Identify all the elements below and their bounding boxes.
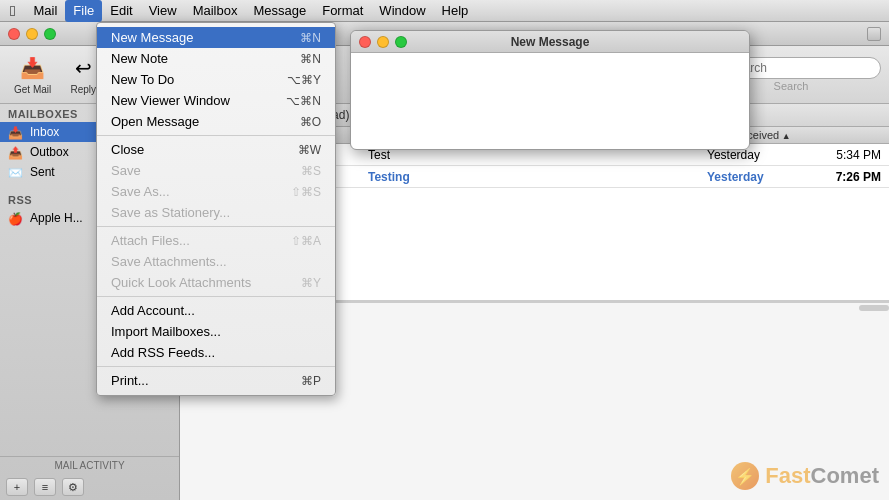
menu-item-label: Open Message [111,114,199,129]
maximize-button[interactable] [44,28,56,40]
compose-close-button[interactable] [359,36,371,48]
menu-item-label: New Message [111,30,193,45]
compose-title: New Message [511,35,590,49]
compose-maximize-button[interactable] [395,36,407,48]
menu-item-label: Add Account... [111,303,195,318]
compose-traffic-lights [359,36,407,48]
resize-handle[interactable] [859,305,889,311]
col-time-header [819,129,889,141]
get-mail-icon: 📥 [19,54,47,82]
menu-item-quick_look: Quick Look Attachments⌘Y [97,272,335,293]
menu-shortcut: ⌥⌘Y [287,73,321,87]
sidebar-list-button[interactable]: ≡ [34,478,56,496]
menu-shortcut: ⌘N [300,31,321,45]
compose-minimize-button[interactable] [377,36,389,48]
menu-shortcut: ⌘P [301,374,321,388]
menu-item-print[interactable]: Print...⌘P [97,370,335,391]
outbox-label: Outbox [30,145,69,159]
menu-shortcut: ⇧⌘S [291,185,321,199]
apple-rss-icon [8,210,24,226]
menu-separator [97,226,335,227]
compose-window: New Message [350,30,750,150]
menu-item-open_message[interactable]: Open Message⌘O [97,111,335,132]
menubar-item-format[interactable]: Format [314,0,371,22]
menu-item-new_todo[interactable]: New To Do⌥⌘Y [97,69,335,90]
menu-item-label: Import Mailboxes... [111,324,221,339]
menu-shortcut: ⌥⌘N [286,94,321,108]
menu-item-close[interactable]: Close⌘W [97,139,335,160]
menu-item-label: Quick Look Attachments [111,275,251,290]
menu-item-label: Add RSS Feeds... [111,345,215,360]
menubar-item-view[interactable]: View [141,0,185,22]
close-button[interactable] [8,28,20,40]
menu-item-label: New Viewer Window [111,93,230,108]
menubar-item-window[interactable]: Window [371,0,433,22]
menu-item-save_attachments: Save Attachments... [97,251,335,272]
menubar-item-file[interactable]: File [65,0,102,22]
menu-item-label: Save [111,163,141,178]
msg-date-2: Yesterday [699,170,819,184]
menu-item-attach_files: Attach Files...⇧⌘A [97,230,335,251]
sidebar-gear-button[interactable]: ⚙ [62,478,84,496]
sent-label: Sent [30,165,55,179]
menu-item-label: Close [111,142,144,157]
menu-separator [97,366,335,367]
menubar:  Mail File Edit View Mailbox Message Fo… [0,0,889,22]
menubar-item-edit[interactable]: Edit [102,0,140,22]
menu-item-new_message[interactable]: New Message⌘N [97,27,335,48]
sidebar-bottom-buttons: + ≡ ⚙ [0,474,179,500]
menu-item-label: Attach Files... [111,233,190,248]
menu-shortcut: ⌘S [301,164,321,178]
menu-item-new_viewer[interactable]: New Viewer Window⌥⌘N [97,90,335,111]
menu-item-save: Save⌘S [97,160,335,181]
menu-separator [97,135,335,136]
compose-body[interactable] [351,53,749,149]
menu-item-import_mailboxes[interactable]: Import Mailboxes... [97,321,335,342]
get-mail-label: Get Mail [14,84,51,95]
msg-time-2: 7:26 PM [819,170,889,184]
get-mail-button[interactable]: 📥 Get Mail [8,51,57,99]
msg-time-1: 5:34 PM [819,148,889,162]
menu-item-save_as: Save As...⇧⌘S [97,181,335,202]
menubar-item-mailbox[interactable]: Mailbox [185,0,246,22]
outbox-icon [8,144,24,160]
menubar-item-mail[interactable]: Mail [25,0,65,22]
menubar-item-message[interactable]: Message [245,0,314,22]
menu-item-add_rss[interactable]: Add RSS Feeds... [97,342,335,363]
menu-item-label: New To Do [111,72,174,87]
apple-rss-label: Apple H... [30,211,83,225]
menubar-item-help[interactable]: Help [434,0,477,22]
sent-icon [8,164,24,180]
search-label: Search [774,80,809,92]
menu-shortcut: ⇧⌘A [291,234,321,248]
resize-button[interactable] [867,27,881,41]
inbox-icon [8,124,24,140]
menu-separator [97,296,335,297]
menu-item-label: New Note [111,51,168,66]
menu-shortcut: ⌘W [298,143,321,157]
traffic-lights [8,28,56,40]
mail-activity-label: MAIL ACTIVITY [6,460,173,471]
menu-shortcut: ⌘Y [301,276,321,290]
menu-shortcut: ⌘N [300,52,321,66]
apple-menu[interactable]:  [0,0,25,22]
inbox-label: Inbox [30,125,59,139]
menu-item-label: Save As... [111,184,170,199]
menu-item-add_account[interactable]: Add Account... [97,300,335,321]
file-menu-dropdown: New Message⌘NNew Note⌘NNew To Do⌥⌘YNew V… [96,22,336,396]
menu-item-save_stationery: Save as Stationery... [97,202,335,223]
menu-item-label: Save as Stationery... [111,205,230,220]
reply-icon: ↩ [69,54,97,82]
compose-titlebar: New Message [351,31,749,53]
menu-item-label: Print... [111,373,149,388]
minimize-button[interactable] [26,28,38,40]
msg-subject-2: Testing [360,170,699,184]
menu-shortcut: ⌘O [300,115,321,129]
menu-item-new_note[interactable]: New Note⌘N [97,48,335,69]
sidebar-add-button[interactable]: + [6,478,28,496]
menu-item-label: Save Attachments... [111,254,227,269]
reply-label: Reply [70,84,96,95]
